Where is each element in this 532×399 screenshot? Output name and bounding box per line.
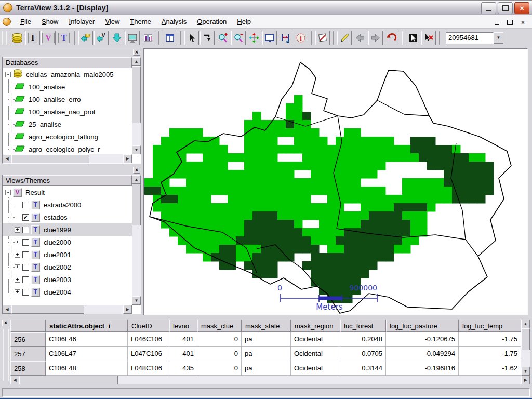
distance-meter-button[interactable] [278, 31, 292, 45]
pointer-button[interactable] [184, 31, 199, 45]
table-cell[interactable]: 0 [197, 332, 242, 347]
theme-item-estados[interactable]: ✓Testados [3, 211, 132, 223]
scroll-up-icon[interactable]: ▲ [132, 175, 141, 184]
next-display-button[interactable] [368, 31, 383, 45]
table-cell[interactable]: pa [242, 347, 291, 361]
theme-checkbox[interactable] [22, 251, 29, 258]
table-cell[interactable]: C106L46 [46, 332, 128, 347]
table-row[interactable]: 256C106L46L046C1064010paOcidental0.2048-… [10, 332, 530, 347]
views-panel-header[interactable]: Views/Themes [3, 175, 132, 186]
theme-checkbox[interactable] [22, 264, 29, 271]
table-row[interactable]: 258C106L48L048C1064350paOcidental0.3144-… [10, 361, 530, 376]
scroll-right-icon[interactable]: ▶ [123, 305, 132, 314]
scale-combo[interactable]: ▼ [446, 32, 503, 44]
scroll-up-icon[interactable]: ▲ [521, 320, 530, 328]
table-cell[interactable]: -1.75 [459, 347, 521, 361]
theme-checkbox[interactable]: ✓ [22, 214, 29, 221]
toolbar-grip[interactable] [2, 31, 7, 45]
table-cell[interactable]: -0.196816 [386, 361, 459, 376]
scroll-left-icon[interactable]: ◀ [10, 376, 19, 384]
expand-icon[interactable]: + [15, 264, 20, 270]
theme-checkbox[interactable] [22, 227, 29, 233]
table-cell[interactable]: 401 [169, 347, 197, 361]
scrollbar-thumb[interactable] [11, 305, 84, 314]
table-cell[interactable]: 401 [169, 332, 197, 347]
scrollbar-thumb[interactable] [132, 66, 141, 123]
database-root-item[interactable]: -celulas_amazonia_maio2005 [3, 68, 132, 81]
zoom-window-button[interactable] [262, 31, 277, 45]
grid-vertical-scrollbar[interactable]: ▲ ▼ [521, 320, 530, 376]
menu-operation[interactable]: Operation [192, 16, 232, 27]
tile-windows-button[interactable] [163, 31, 177, 45]
undo-button[interactable] [384, 31, 398, 45]
table-cell[interactable]: C106L47 [46, 347, 128, 361]
databases-horizontal-scrollbar[interactable]: ◀ ▶ [3, 154, 132, 163]
map-display-canvas[interactable]: 0 900000 Meters [143, 48, 528, 315]
layer-item[interactable]: agro_ecologico_polyc_r [3, 143, 132, 154]
theme-item-clue2004[interactable]: +Tclue2004 [3, 286, 132, 298]
import-theme-button[interactable] [110, 31, 124, 45]
expand-icon[interactable]: + [15, 289, 20, 295]
column-header-luc_forest[interactable]: luc_forest [340, 320, 386, 332]
minimize-button[interactable] [481, 2, 496, 14]
column-header-log_luc_temp[interactable]: log_luc_temp [459, 320, 521, 332]
menu-view[interactable]: View [100, 16, 125, 27]
theme-item-clue2001[interactable]: +Tclue2001 [3, 248, 132, 261]
view-root-item[interactable]: -VResult [3, 186, 132, 198]
table-cell[interactable]: Ocidental [291, 347, 340, 361]
table-cell[interactable]: 0.2048 [340, 332, 386, 347]
column-header-mask_state[interactable]: mask_state [242, 320, 291, 332]
scrollbar-thumb[interactable] [132, 184, 141, 225]
row-header-cell[interactable]: 258 [10, 361, 46, 376]
databases-panel-close-button[interactable]: × [133, 49, 140, 56]
zoom-in-button[interactable] [216, 31, 230, 45]
table-cell[interactable]: L047C106 [128, 347, 169, 361]
databases-panel-header[interactable]: Databases [3, 57, 132, 68]
table-cell[interactable]: pa [242, 361, 291, 376]
table-cell[interactable]: 0 [197, 361, 242, 376]
collapse-icon[interactable]: - [5, 190, 11, 195]
table-cell[interactable]: Ocidental [291, 332, 340, 347]
selection-pointer-button[interactable] [406, 31, 420, 45]
menu-show[interactable]: Show [36, 16, 64, 27]
import-data-button[interactable] [78, 31, 93, 45]
table-cell[interactable]: pa [242, 332, 291, 347]
theme-item-clue2003[interactable]: +Tclue2003 [3, 273, 132, 286]
column-header-log_luc_pasture[interactable]: log_luc_pasture [386, 320, 459, 332]
scroll-left-icon[interactable]: ◀ [3, 305, 11, 314]
expand-icon[interactable]: + [15, 252, 20, 258]
previous-display-button[interactable] [353, 31, 367, 45]
table-cell[interactable]: 435 [169, 361, 197, 376]
close-button[interactable]: × [514, 2, 529, 14]
table-cell[interactable]: 0 [197, 347, 242, 361]
collapse-icon[interactable]: - [5, 72, 11, 77]
scale-combo-input[interactable] [446, 32, 494, 44]
views-panel-grip[interactable]: × [2, 167, 141, 174]
menu-analysis[interactable]: Analysis [156, 16, 192, 27]
table-cell[interactable]: -0.120675 [386, 332, 459, 347]
theme-checkbox[interactable] [22, 276, 29, 283]
view-button[interactable]: V [41, 31, 56, 45]
maximize-button[interactable] [498, 2, 513, 14]
grid-panel-grip[interactable] [3, 329, 9, 381]
row-header-cell[interactable]: 256 [10, 332, 46, 347]
scrollbar-thumb[interactable] [11, 154, 89, 163]
theme-checkbox[interactable] [22, 202, 29, 208]
table-cell[interactable]: -1.75 [459, 332, 521, 347]
scroll-right-icon[interactable]: ▶ [521, 376, 530, 384]
info-button[interactable]: i [294, 31, 308, 45]
column-header-mask_clue[interactable]: mask_clue [197, 320, 242, 332]
theme-item-clue2002[interactable]: +Tclue2002 [3, 261, 132, 273]
table-cell[interactable]: C106L48 [46, 361, 128, 376]
expand-icon[interactable]: + [15, 227, 20, 233]
scrollbar-thumb[interactable] [521, 328, 530, 350]
table-cell[interactable]: L046C106 [128, 332, 169, 347]
theme-item-clue1999[interactable]: +Tclue1999 [3, 223, 132, 236]
views-panel-close-button[interactable]: × [133, 167, 140, 174]
mdi-close-button[interactable]: × [517, 17, 529, 27]
column-header-staticAttrs.object_i[interactable]: staticAttrs.object_i [46, 320, 128, 332]
menu-infolayer[interactable]: Infolayer [64, 16, 100, 27]
views-horizontal-scrollbar[interactable]: ◀ ▶ [3, 305, 132, 314]
graphic-button[interactable] [141, 31, 155, 45]
databases-panel-grip[interactable]: × [2, 49, 141, 56]
